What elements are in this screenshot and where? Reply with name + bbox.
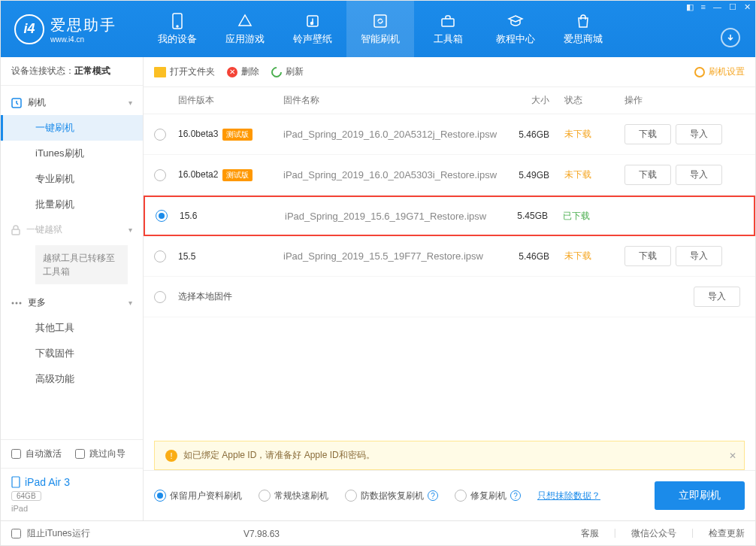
nav-ringtones[interactable]: 铃声壁纸 [279,1,346,57]
radio-button[interactable] [259,490,271,502]
radio-button[interactable] [345,490,357,502]
list-icon[interactable]: ≡ [701,2,706,12]
wechat-link[interactable]: 微信公众号 [631,527,676,540]
sidebar-item-other-tools[interactable]: 其他工具 [1,315,143,341]
nav-my-device[interactable]: 我的设备 [144,1,211,57]
fw-size: 5.46GB [504,251,564,262]
table-row[interactable]: 16.0beta2测试版 iPad_Spring_2019_16.0_20A53… [144,155,755,196]
close-icon[interactable]: ✕ [744,2,751,12]
help-icon[interactable]: ? [510,490,521,501]
menu-icon[interactable]: ◧ [686,2,694,12]
local-firmware-label: 选择本地固件 [178,290,624,303]
sidebar-item-download-fw[interactable]: 下载固件 [1,341,143,366]
fw-status: 未下载 [564,128,624,141]
support-link[interactable]: 客服 [581,527,599,540]
nav-apps[interactable]: 应用游戏 [211,1,279,57]
download-button[interactable]: 下载 [624,124,671,144]
gear-icon [694,67,705,77]
toolbox-icon [440,13,456,29]
sidebar-item-pro-flash[interactable]: 专业刷机 [1,166,143,192]
block-itunes-checkbox[interactable] [11,529,21,538]
option-repair[interactable]: 修复刷机 ? [455,490,521,502]
sidebar-item-itunes-flash[interactable]: iTunes刷机 [1,141,143,166]
local-firmware-row[interactable]: 选择本地固件 导入 [144,277,755,317]
nav-store[interactable]: 爱思商城 [549,1,617,57]
table-row[interactable]: 16.0beta3测试版 iPad_Spring_2019_16.0_20A53… [144,114,755,155]
option-normal[interactable]: 常规快速刷机 [259,490,328,502]
col-ops: 操作 [624,94,745,107]
open-folder-button[interactable]: 打开文件夹 [154,65,215,78]
sidebar-group-more[interactable]: 更多 ▾ [1,290,143,315]
auto-activate-checkbox[interactable] [11,449,21,459]
notice-bar: ! 如已绑定 Apple ID，请准备好 Apple ID和密码。 ✕ [154,441,745,470]
radio-button[interactable] [154,490,166,502]
download-button[interactable]: 下载 [624,165,671,185]
erase-only-link[interactable]: 只想抹除数据？ [537,490,600,502]
import-button[interactable]: 导入 [676,246,722,266]
nav-flash[interactable]: 智能刷机 [346,1,414,57]
download-button[interactable]: 下载 [624,246,671,266]
check-update-link[interactable]: 检查更新 [709,527,745,540]
folder-icon [154,67,166,77]
sidebar-item-advanced[interactable]: 高级功能 [1,366,143,392]
chevron-down-icon: ▾ [129,226,132,234]
refresh-icon [269,65,284,80]
music-icon [304,13,321,29]
logo-icon: i4 [14,14,44,44]
apps-icon [237,13,253,29]
table-row[interactable]: 15.6 iPad_Spring_2019_15.6_19G71_Restore… [144,196,755,236]
logo[interactable]: i4 爱思助手 www.i4.cn [1,14,144,44]
close-notice-button[interactable]: ✕ [729,450,736,461]
svg-point-3 [311,22,313,24]
import-button[interactable]: 导入 [676,165,722,185]
app-header: i4 爱思助手 www.i4.cn 我的设备 应用游戏 铃声壁纸 智能刷机 工具… [1,1,755,57]
svg-point-10 [20,302,22,304]
fw-size: 5.46GB [504,129,564,140]
device-info[interactable]: iPad Air 3 64GB iPad [1,468,143,520]
footer: 阻止iTunes运行 V7.98.63 客服 | 微信公众号 | 检查更新 [1,520,755,546]
fw-version: 16.0beta2测试版 [178,169,283,181]
download-manager-icon[interactable] [721,28,740,47]
nav-toolbox[interactable]: 工具箱 [414,1,482,57]
sidebar: 设备连接状态：正常模式 刷机 ▾ 一键刷机 iTunes刷机 专业刷机 批量刷机… [1,57,144,520]
radio-button[interactable] [156,210,168,222]
import-button[interactable]: 导入 [694,287,740,307]
maximize-icon[interactable]: ☐ [729,2,736,12]
radio-button[interactable] [154,250,166,262]
import-button[interactable]: 导入 [676,124,722,144]
notice-text: 如已绑定 Apple ID，请准备好 Apple ID和密码。 [183,449,375,462]
fw-name: iPad_Spring_2019_16.0_20A5303i_Restore.i… [283,169,504,180]
option-recovery[interactable]: 防数据恢复刷机 ? [345,490,438,502]
refresh-button[interactable]: 刷新 [271,65,304,78]
svg-rect-4 [374,15,386,27]
radio-button[interactable] [154,291,166,303]
skip-guide-label: 跳过向导 [89,447,125,460]
radio-button[interactable] [154,129,166,141]
toolbar: 打开文件夹 ✕ 删除 刷新 刷机设置 [144,57,755,87]
svg-rect-5 [442,19,454,26]
chevron-down-icon: ▾ [129,99,132,107]
fw-size: 5.49GB [504,170,564,180]
radio-button[interactable] [154,169,166,181]
flash-options: 保留用户资料刷机 常规快速刷机 防数据恢复刷机 ? 修复刷机 ? 只想抹除数据？… [144,470,755,520]
warning-icon: ! [165,450,177,462]
table-row[interactable]: 15.5 iPad_Spring_2019_15.5_19F77_Restore… [144,236,755,277]
sidebar-item-batch-flash[interactable]: 批量刷机 [1,192,143,217]
col-version: 固件版本 [178,94,283,107]
skip-guide-checkbox[interactable] [75,449,85,459]
option-keep-data[interactable]: 保留用户资料刷机 [154,490,242,502]
help-icon[interactable]: ? [428,490,438,501]
svg-rect-7 [12,229,20,235]
flash-settings-button[interactable]: 刷机设置 [694,65,745,78]
nav-tutorials[interactable]: 教程中心 [482,1,549,57]
minimize-icon[interactable]: — [713,2,721,12]
window-controls: ◧ ≡ — ☐ ✕ [686,2,751,12]
delete-button[interactable]: ✕ 删除 [227,65,259,78]
flash-now-button[interactable]: 立即刷机 [655,481,745,510]
radio-button[interactable] [455,490,467,502]
sidebar-item-oneclick-flash[interactable]: 一键刷机 [1,115,143,141]
refresh-icon [372,13,389,29]
fw-status: 未下载 [564,250,624,262]
ipad-icon [11,476,20,488]
sidebar-group-flash[interactable]: 刷机 ▾ [1,90,143,115]
